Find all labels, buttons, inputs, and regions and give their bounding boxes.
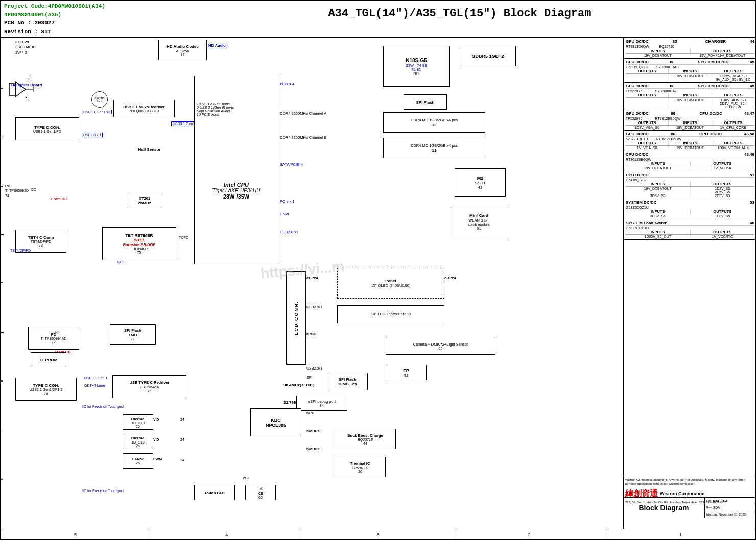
power-block-2: GPU DC/DC 86 SYSTEM DC/DC 45 G5335FQZ1U … <box>624 59 756 83</box>
power-block-3: GPU DC/DC 86 SYSTEM DC/DC 45 TP522976 SY… <box>624 83 756 110</box>
combo-jack-box: Combo Jack <box>91 91 108 108</box>
speaker-model: 2SPRAKBR <box>15 45 36 50</box>
header: Project Code:4PD0MW010001(A34) 4PD0MS010… <box>0 0 756 38</box>
cnvi-label: CNVi <box>280 212 289 216</box>
pwr8-type: SYSTEM DC/DC <box>626 200 656 205</box>
pwr2-sub-type: SYSTEM DC/DC <box>698 60 728 64</box>
pd-top-num: 74 <box>5 194 9 198</box>
pwr3-models: TP522976 SY82888RAC <box>626 89 754 93</box>
smbus2-label: SMBus <box>306 447 319 451</box>
buck-boost-box: Buck Boost Charge BQ25718 44 <box>335 429 396 449</box>
pd-bottom-box: PD TI TPS65994AD 72 <box>28 327 79 350</box>
wistron-name: Wistron Corporation <box>660 491 704 496</box>
upi-label: UPI <box>117 260 124 264</box>
power-block-8: SYSTEM DC/DC 53 G5335DQZ1U INPUTS OUTPUT… <box>624 199 756 219</box>
kbc-box: KBC NPCE385 <box>250 408 301 436</box>
power-block-6: CPU DC/DC 46,46 RT3612EB6QW INPUTS OUTPU… <box>624 151 756 171</box>
pwr7-model: G5416QS1U <box>626 178 754 182</box>
pwr3-type: GPU DC/DC <box>626 84 649 88</box>
rev-val: SDV <box>713 506 720 509</box>
spi-flash-1mb-box: SPI Flash 1MB 71 <box>110 324 156 345</box>
usb20-fp-label: USB2.0x1 <box>306 366 323 370</box>
vid2-num: 24 <box>180 438 184 441</box>
ddr4-ch-b-label: DDR4 3200MHz Channel B <box>280 135 327 140</box>
left-marks: E D C B A <box>0 38 4 529</box>
pwr7-num: 51 <box>750 173 754 177</box>
pd-top-i2c: I2C <box>31 188 36 191</box>
type-c-bottom-box: TYPE C CON. USB3.1 Gen1/DP1.2 73 <box>15 378 77 401</box>
revision: Revision : SIT <box>4 28 168 36</box>
pwr1-sub: CHARGER <box>705 39 726 44</box>
bottom-cell-4: 4 <box>151 529 302 540</box>
pwr4-type: GPU DC/DC <box>626 111 649 116</box>
hd-audio-box: HD Audio Codec ALC256 37 <box>158 40 207 60</box>
power-block-1: GPU DC/DC 85 CHARGER 44 RT8813D6QW BQ257… <box>624 38 756 59</box>
type-c-top-box: TYPE C CON. USB3.1 Gen1/PD <box>15 117 79 140</box>
touchpad-box: Touch PAD <box>194 485 235 500</box>
pd-top-model: TI TPS65992D <box>5 189 29 192</box>
usb20-r1-label: USB2.0 x1 <box>280 230 298 234</box>
int-kb-box: Int. KB 65 <box>245 485 276 500</box>
power-block-4: GPU DC/DC 86 CPU DC/DC 46,47 TP522976 RT… <box>624 110 756 131</box>
mark-a: A <box>0 431 4 529</box>
power-block-5: GPU DC/DC 86 CPU DC/DC 46,50 62822DRC1U … <box>624 131 756 151</box>
main-diagram: Project Code:4PD0MW010001(A34) 4PD0MS010… <box>0 0 756 540</box>
pwr5-sub-type: CPU DC/DC <box>699 132 722 136</box>
pwr9-model: G5027CRD1D <box>626 226 754 230</box>
usb20-x1-label: USB2.0x1 <box>306 305 323 309</box>
rev-row: Rev SDV <box>705 504 756 511</box>
smbus1-label: SMBus <box>306 429 319 433</box>
usb31-gen1-label1: USB3.1 Gen1 x2 <box>82 110 112 114</box>
hd-audio-label: HD Audio <box>207 43 227 48</box>
spi-label: SPI <box>306 376 312 379</box>
sata-pcie-label: SATA/PCIE*4 <box>280 162 303 167</box>
vid2-label: VID <box>153 438 159 441</box>
pwr8-model: G5335DQZ1U <box>626 206 754 209</box>
tbt4-label: TB74/DP/PD <box>10 249 31 252</box>
peg-x4-label: PEG x 4 <box>280 82 294 86</box>
usb20-label: USB2.0 x 1 <box>82 133 103 137</box>
pwr3-sub-num: 45 <box>750 84 754 88</box>
ddr4-ch-a-label: DDR4 3200MHz Channel A <box>280 111 326 116</box>
svg-line-2 <box>26 77 31 82</box>
mark-b: B <box>0 333 4 431</box>
vid1-num: 24 <box>180 418 184 421</box>
tcpd-label: TCPD <box>178 236 190 239</box>
pwr5-models: 62822DRC1U RT3612EB6QW <box>626 137 754 141</box>
pwr4-num: 86 <box>671 111 675 116</box>
usb-typec-redriver-box: USB TYPE-C Redriver TUSB546A 75 <box>112 375 186 398</box>
bottom-cell-2: 2 <box>454 529 605 540</box>
pwm-label: PWM <box>153 457 162 461</box>
clock-38-label: 38.4MHz(X1801) <box>284 383 314 387</box>
pwr1-sub-num: 44 <box>750 39 754 44</box>
gddr5-box: GDDR5 1GB+2 <box>460 46 516 66</box>
pwm-num: 24 <box>180 458 184 462</box>
pwr2-sub-num: 45 <box>750 60 754 64</box>
date-row: Monday, November 30, 2020 <box>705 511 756 518</box>
hall-sensor-box: Hall Sensor <box>128 143 171 156</box>
wistron-legal: Wistron Confidential document. Anyone ca… <box>623 477 756 487</box>
power-block-9: SYSTEM Load switch 40 G5027CRD1D INPUTS … <box>624 219 756 240</box>
pwr9-num: 40 <box>750 220 754 225</box>
project-code-line2: 4PD0MS010001(A35) <box>4 11 168 19</box>
edpz4-2-label: eDPz4 <box>444 276 456 280</box>
date-val: Monday, November 30, 2020 <box>706 513 746 516</box>
pwr1-num1: 85 <box>673 39 677 44</box>
daughter-board-label: Daughter Board <box>11 83 42 87</box>
camera-box: Camera + DMIC*2+Light Sensor 55 <box>386 337 495 355</box>
ddr4-b-box: DDR4 MD 1GB/2GB x4 pcs 13 <box>383 138 485 158</box>
pwr1-model: RT8813D6QW BQ25710 <box>626 45 754 48</box>
eeprom-box: EEPROM <box>31 352 66 367</box>
diagram-title-box: Block Diagram <box>623 498 705 518</box>
pwr5-sub-num: 46,50 <box>744 132 754 136</box>
iic-touchpad-2: IIC for Precision Touchpad <box>82 489 124 493</box>
file-name: A34_TGL <box>713 499 728 503</box>
from-bc-1: From BC <box>51 197 67 201</box>
fan2-box: FAN*2 26 <box>123 453 153 469</box>
ps2-label: PS2 <box>243 476 249 480</box>
m2-ssd1-box: M2 SSD1 42 <box>455 168 506 197</box>
usb31-gen1-bottom: USB3.1 Gen 1 <box>84 376 107 380</box>
pwr4-models: TP522976 RT3612EB6QW <box>626 117 754 120</box>
n18s-g5-box: N18S-G5 33W 74-88 81-82 NPI <box>383 46 450 87</box>
speaker-size: 2W * 2 <box>15 50 27 55</box>
